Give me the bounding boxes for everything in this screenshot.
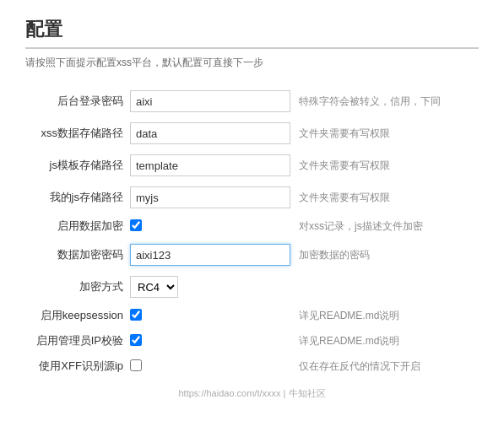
form-row-encryption-password: 数据加密密码加密数据的密码 [25, 239, 479, 271]
label-enable-admin-ip: 启用管理员IP校验 [25, 328, 127, 354]
form-row-myjs-path: 我的js存储路径文件夹需要有写权限 [25, 181, 479, 213]
form-row-js-template-path: js模板存储路径文件夹需要有写权限 [25, 149, 479, 181]
hint-myjs-path: 文件夹需要有写权限 [295, 181, 479, 213]
label-enable-keepsession: 启用keepsession [25, 303, 127, 328]
label-enable-encryption: 启用数据加密 [25, 213, 127, 239]
form-row-backend-password: 后台登录密码特殊字符会被转义，信用，下同 [25, 85, 479, 117]
form-row-enable-admin-ip: 启用管理员IP校验详见README.md说明 [25, 328, 479, 354]
hint-enable-keepsession: 详见README.md说明 [295, 303, 479, 328]
form-row-xss-data-path: xss数据存储路径文件夹需要有写权限 [25, 117, 479, 149]
checkbox-enable-keepsession[interactable] [130, 309, 142, 321]
label-backend-password: 后台登录密码 [25, 85, 127, 117]
hint-enable-encryption: 对xss记录，js描述文件加密 [295, 213, 479, 239]
input-backend-password[interactable] [130, 90, 290, 112]
footer-url: https://haidao.com/t/xxxx | 牛知社区 [25, 387, 479, 400]
input-js-template-path[interactable] [130, 154, 290, 176]
hint-xss-data-path: 文件夹需要有写权限 [295, 117, 479, 149]
label-encryption-method: 加密方式 [25, 271, 127, 303]
label-myjs-path: 我的js存储路径 [25, 181, 127, 213]
input-encryption-password[interactable] [130, 244, 290, 266]
input-xss-data-path[interactable] [130, 122, 290, 144]
form-row-encryption-method: 加密方式RC4 [25, 271, 479, 303]
page-subtitle: 请按照下面提示配置xss平台，默认配置可直接下一步 [25, 56, 479, 70]
form-row-enable-encryption: 启用数据加密对xss记录，js描述文件加密 [25, 213, 479, 239]
page-title: 配置 [25, 17, 479, 49]
hint-backend-password: 特殊字符会被转义，信用，下同 [295, 85, 479, 117]
hint-js-template-path: 文件夹需要有写权限 [295, 149, 479, 181]
checkbox-enable-xff[interactable] [130, 359, 142, 371]
select-encryption-method[interactable]: RC4 [130, 276, 178, 298]
hint-enable-admin-ip: 详见README.md说明 [295, 328, 479, 354]
hint-encryption-method [295, 271, 479, 303]
hint-encryption-password: 加密数据的密码 [295, 239, 479, 271]
checkbox-enable-admin-ip[interactable] [130, 334, 142, 346]
label-encryption-password: 数据加密密码 [25, 239, 127, 271]
label-enable-xff: 使用XFF识别源ip [25, 354, 127, 379]
label-js-template-path: js模板存储路径 [25, 149, 127, 181]
checkbox-enable-encryption[interactable] [130, 219, 142, 231]
hint-enable-xff: 仅在存在反代的情况下开启 [295, 354, 479, 379]
form-row-enable-xff: 使用XFF识别源ip仅在存在反代的情况下开启 [25, 354, 479, 379]
config-form: 后台登录密码特殊字符会被转义，信用，下同xss数据存储路径文件夹需要有写权限js… [25, 85, 479, 379]
form-row-enable-keepsession: 启用keepsession详见README.md说明 [25, 303, 479, 328]
label-xss-data-path: xss数据存储路径 [25, 117, 127, 149]
input-myjs-path[interactable] [130, 186, 290, 208]
